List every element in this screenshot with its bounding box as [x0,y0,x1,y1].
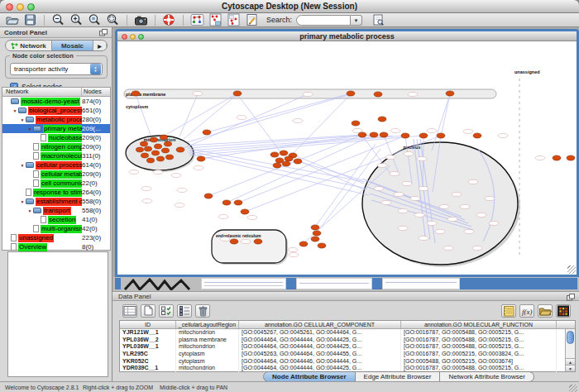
scroll-up-button[interactable]: ▲ [566,358,575,365]
tree-row[interactable]: unassigned223(0) [2,233,110,242]
page-icon [41,134,46,141]
tree-row[interactable]: ▼biological_process651(0) [2,106,110,115]
tree-col-network[interactable]: Network [2,88,82,96]
tree-row-label: primary metabo [43,125,82,133]
expander-icon[interactable]: ▼ [19,163,26,168]
edge-chart-icon[interactable] [227,13,241,26]
expander-icon[interactable]: ▼ [26,127,33,131]
tree-row[interactable]: response to stimulu264(0) [2,188,110,197]
tree-row-count: 311(0) [82,152,110,160]
zoom-in-icon[interactable] [69,13,84,26]
control-panel-header: Control Panel [0,27,112,38]
status-welcome: Welcome to Cytoscape 2.8.1 [5,385,79,390]
node-chart-icon[interactable] [208,13,223,26]
tree-row[interactable]: cellular metabo209(0) [2,170,110,179]
tree-row-label: cell communicat [41,179,82,188]
network-canvas[interactable]: plasma membrane cytoplasm mitochondrion … [117,41,577,275]
tree-row[interactable]: secretion41(0) [2,215,110,224]
expander-icon[interactable]: ▼ [19,199,26,204]
table-row[interactable]: YPL036W__2plasma membrane[GO:0044464, GO… [120,337,575,344]
data-panel-header: Data Panel [112,291,579,301]
dropdown-value: transporter activity [11,65,90,73]
tree-row[interactable]: cell communicat22(0) [2,179,110,188]
function-builder-icon[interactable]: f(x) [519,304,534,318]
network-manager-icon[interactable] [190,13,204,26]
window-title: Cytoscape Desktop (New Session) [0,2,579,11]
annotation-icon[interactable] [245,13,259,26]
tabs-overflow-button[interactable]: ▶ [93,41,107,50]
tree-row[interactable]: Overview8(0) [2,242,110,251]
help-lifesaver-icon[interactable] [162,13,176,26]
tree-row-count: 42(0) [82,225,110,232]
background-window-edge[interactable] [286,278,296,289]
tree-row-count: 280(0) [82,116,110,123]
network-tree-panel: Network Nodes mosaic-demo-yeast874(0)▼bi… [2,87,111,251]
delete-attributes-icon[interactable] [159,304,174,318]
background-window-edge[interactable] [372,278,382,289]
tree-row[interactable]: ▼cellular process614(0) [2,160,110,170]
tab-network-label: Network [20,42,46,50]
background-window-fragment[interactable] [201,278,286,289]
table-row[interactable]: YKR052Ccytoplasm[GO:0044464, GO:0044446,… [120,358,575,366]
tree-row[interactable]: ▼primary metabo209(... [2,124,110,133]
tree-row[interactable]: mosaic-demo-yeast874(0) [2,97,110,106]
background-window-fragment[interactable] [382,278,460,289]
import-attributes-icon[interactable] [538,304,553,318]
app-resize-grip[interactable] [569,385,577,392]
create-new-attribute-icon[interactable] [141,304,156,318]
table-row[interactable]: YJR121W__1mitochondrion[GO:0045267, GO:0… [120,329,575,337]
tree-row[interactable]: nitrogen compo209(0) [2,142,110,151]
tree-row-count: 223(0) [82,234,110,241]
page-icon [33,225,39,232]
save-session-icon[interactable] [23,13,37,26]
scrollbar-thumb[interactable] [567,331,574,344]
table-scrollbar[interactable]: ▲ ▼ [565,329,575,371]
cell-cc: [GO:0045267, GO:0045261, GO:0044464, G..… [239,329,401,337]
scroll-down-button[interactable]: ▼ [566,365,575,371]
search-input[interactable] [296,15,351,26]
tab-network[interactable]: Network [6,41,52,50]
network-view-window[interactable]: primary metabolic process plasma membran… [115,29,579,277]
window-resize-grip[interactable] [567,265,576,274]
zoom-selected-region-icon[interactable] [88,13,102,26]
heatmap-icon[interactable] [556,304,571,318]
tree-col-nodes[interactable]: Nodes [82,88,110,96]
status-bar: Welcome to Cytoscape 2.8.1 Right-click +… [0,381,579,392]
expander-icon[interactable]: ▼ [19,117,26,122]
tree-row[interactable]: multi-organism pro42(0) [2,224,110,233]
tree-row[interactable]: ▼metabolic process280(0) [2,115,110,124]
search-dropdown-button[interactable]: ▼ [351,15,362,26]
background-window-edge[interactable] [115,278,121,289]
tab-mosaic[interactable]: Mosaic [52,41,93,50]
zoom-fit-content-icon[interactable] [106,13,120,26]
advanced-search-icon[interactable] [371,13,385,26]
attribute-list-icon[interactable] [177,304,192,318]
node-color-dropdown[interactable]: transporter activity ▲▼ [10,63,103,75]
tree-row-label: biological_process [28,107,82,115]
table-row[interactable]: YLR295Ccytoplasm[GO:0045263, GO:0044464,… [120,351,575,358]
notes-icon[interactable] [501,304,516,318]
expander-icon[interactable]: ▼ [12,108,18,113]
snapshot-camera-icon[interactable] [134,13,148,26]
birdseye-view-panel[interactable] [7,251,108,377]
tree-row[interactable]: ▼transport558(0) [2,206,110,215]
tree-row[interactable]: nucleobase-209(0) [2,133,110,142]
expander-icon[interactable]: ▼ [26,208,33,213]
network-window-titlebar[interactable]: primary metabolic process [117,31,577,41]
tree-header[interactable]: Network Nodes [2,88,110,97]
zoom-out-icon[interactable] [51,13,65,26]
float-panel-icon[interactable] [99,29,108,38]
background-window-edge[interactable] [460,278,577,289]
tree-row-count: 209(0) [82,170,110,178]
tree-row[interactable]: macromolecule311(0) [2,151,110,160]
control-panel-title: Control Panel [4,29,47,36]
select-attributes-icon[interactable] [122,304,137,318]
tree-row-count: 264(0) [82,189,110,196]
attribute-table-header[interactable]: ID _cellularLayoutRegion annotation.GO C… [120,321,575,329]
trash-icon[interactable] [195,304,210,318]
table-row[interactable]: YPL036W__1mitochondrion[GO:0044464, GO:0… [120,343,575,351]
tree-row[interactable]: ▼establishment of lo558(0) [2,197,110,206]
background-window-fragment[interactable] [296,278,372,289]
open-session-icon[interactable] [5,13,19,26]
window-titlebar[interactable]: Cytoscape Desktop (New Session) [0,0,579,13]
